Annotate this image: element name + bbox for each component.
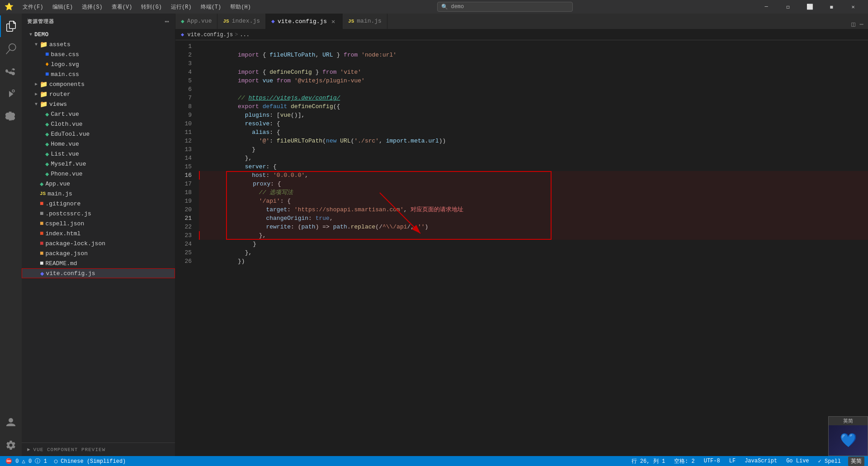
menu-help[interactable]: 帮助(H) — [226, 2, 255, 12]
editor-area: ◆ App.vue JS index.js ◆ vite.config.js ✕… — [175, 14, 868, 456]
menu-goto[interactable]: 转到(G) — [137, 2, 165, 12]
tree-file-basecss[interactable]: ■ base.css — [22, 49, 175, 59]
status-golive[interactable]: Go Live — [784, 458, 811, 464]
activity-search[interactable] — [0, 38, 22, 60]
code-line-19: target: 'https://shopapi.smartisan.com',… — [199, 197, 868, 205]
tree-file-mainjs[interactable]: JS main.js — [22, 189, 175, 199]
status-lang-switch[interactable]: 英简 — [848, 456, 864, 466]
vue-tab-icon: ◆ — [181, 18, 184, 25]
tree-folder-router[interactable]: ► 📁 router — [22, 89, 175, 99]
code-line-21: rewrite: (path) => path.replace(/^\\/api… — [199, 214, 868, 223]
tree-file-edutoolvue[interactable]: ◆ EduTool.vue — [22, 129, 175, 139]
tree-file-cartvue[interactable]: ◆ Cart.vue — [22, 109, 175, 119]
tab-appvue[interactable]: ◆ App.vue — [175, 14, 217, 29]
bottom-right-panel: 英简 💙 — [828, 416, 868, 456]
tree-item-label: cspell.json — [45, 220, 84, 227]
tree-file-clothvue[interactable]: ◆ Cloth.vue — [22, 119, 175, 129]
tree-file-indexhtml[interactable]: ■ index.html — [22, 228, 175, 238]
menu-view[interactable]: 查看(V) — [108, 2, 136, 12]
svg-point-0 — [12, 90, 14, 92]
tree-file-myselfvue[interactable]: ◆ Myself.vue — [22, 159, 175, 169]
tree-folder-views[interactable]: ▼ 📁 views — [22, 99, 175, 109]
split-button[interactable]: ◼ — [821, 0, 842, 14]
activity-source-control[interactable] — [0, 61, 22, 82]
tree-file-cspelljson[interactable]: ■ cspell.json — [22, 219, 175, 228]
panel-label: 英简 — [829, 417, 868, 425]
tree-file-packagelockjson[interactable]: ■ package-lock.json — [22, 238, 175, 248]
json-icon: ■ — [40, 220, 43, 227]
menu-file[interactable]: 文件(F) — [19, 2, 47, 12]
vue-icon: ◆ — [45, 130, 49, 138]
tree-file-logosvg[interactable]: ♦ logo.svg — [22, 59, 175, 69]
folder-icon: 📁 — [40, 41, 47, 48]
code-content[interactable]: import { fileURLToPath, URL } from 'node… — [199, 40, 868, 456]
tree-file-maincss[interactable]: ■ main.css — [22, 69, 175, 79]
tree-root[interactable]: ▼ DEMO — [22, 29, 175, 39]
more-actions-icon[interactable]: ⋯ — [859, 19, 864, 29]
tab-viteconfigjs[interactable]: ◆ vite.config.js ✕ — [266, 14, 343, 29]
minimize-button[interactable]: ─ — [756, 0, 777, 14]
tab-label: vite.config.js — [278, 18, 327, 25]
maximize-button[interactable]: ◻ — [778, 0, 798, 14]
tab-indexjs[interactable]: JS index.js — [217, 14, 266, 29]
code-line-17: // 选项写法 — [199, 180, 868, 188]
activity-run[interactable] — [0, 83, 22, 105]
tree-file-listvue[interactable]: ◆ List.vue — [22, 149, 175, 159]
breadcrumb-section: ... — [240, 32, 250, 38]
tree-file-gitignore[interactable]: ■ .gitignore — [22, 199, 175, 209]
menu-run[interactable]: 运行(R) — [167, 2, 195, 12]
close-tab-button[interactable]: ✕ — [330, 18, 337, 25]
status-spaces[interactable]: 空格: 2 — [672, 457, 697, 465]
status-errors[interactable]: ⛔ 0 △ 0 ⓘ 1 — [4, 457, 49, 465]
tree-item-label: Home.vue — [51, 141, 79, 147]
layout-button[interactable]: ⬜ — [799, 0, 820, 14]
status-language[interactable]: JavaScript — [743, 458, 779, 464]
code-line-16: proxy: { — [199, 171, 868, 180]
preview-label: VUE COMPONENT PREVIEW — [33, 447, 106, 452]
status-branch[interactable]: ◯ Chinese (Simplified) — [52, 458, 127, 465]
tree-file-viteconfigjs[interactable]: ◆ vite.config.js — [22, 268, 175, 278]
search-icon: 🔍 — [441, 4, 448, 10]
menu-terminal[interactable]: 终端(T) — [197, 2, 225, 12]
code-line-12: } — [199, 137, 868, 145]
status-eol[interactable]: LF — [727, 458, 737, 464]
status-spell[interactable]: ✓ Spell — [816, 458, 843, 465]
code-line-18: '/api': { — [199, 188, 868, 197]
vue-icon: ◆ — [45, 150, 49, 158]
status-encoding[interactable]: UTF-8 — [702, 458, 722, 464]
tab-label: index.js — [232, 18, 260, 24]
menu-edit[interactable]: 编辑(E) — [49, 2, 77, 12]
status-position[interactable]: 行 26, 列 1 — [630, 457, 667, 465]
split-editor-icon[interactable]: ◫ — [850, 19, 856, 29]
tree-file-packagejson[interactable]: ■ package.json — [22, 248, 175, 258]
tree-folder-assets[interactable]: ▼ 📁 assets — [22, 39, 175, 49]
activity-explorer[interactable] — [0, 15, 22, 37]
line-numbers: 123 456 789 101112 131415 16 171819 20 2… — [175, 40, 199, 456]
tree-file-appvue[interactable]: ◆ App.vue — [22, 179, 175, 189]
code-line-2 — [199, 51, 868, 59]
svg-icon: ♦ — [45, 61, 49, 68]
tree-file-homevue[interactable]: ◆ Home.vue — [22, 139, 175, 149]
vue-icon: ◆ — [45, 110, 49, 118]
tree-folder-components[interactable]: ► 📁 components — [22, 79, 175, 89]
branch-name: Chinese (Simplified) — [61, 458, 126, 465]
sidebar-menu-button[interactable]: ⋯ — [165, 17, 170, 26]
activity-extensions[interactable] — [0, 106, 22, 128]
js-tab-icon: JS — [223, 19, 229, 24]
tab-mainjs[interactable]: JS main.js — [343, 14, 387, 29]
tab-label: main.js — [357, 18, 382, 24]
tree-item-label: README.md — [45, 260, 77, 267]
title-search[interactable]: 🔍 demo — [437, 2, 573, 12]
code-line-15: host: '0.0.0.0', — [199, 162, 868, 171]
app-logo: ⭐ — [5, 2, 14, 11]
root-label: DEMO — [34, 31, 48, 38]
tree-file-postcssrc[interactable]: ■ .postcssrc.js — [22, 209, 175, 219]
tree-file-readmemd[interactable]: ■ README.md — [22, 258, 175, 268]
warning-icon: △ — [22, 458, 25, 465]
close-button[interactable]: ✕ — [843, 0, 863, 14]
activity-account[interactable] — [0, 412, 22, 433]
tree-file-phonevue[interactable]: ◆ Phone.vue — [22, 169, 175, 179]
activity-settings[interactable] — [0, 434, 22, 456]
vue-preview-panel[interactable]: ► VUE COMPONENT PREVIEW — [22, 442, 175, 456]
menu-select[interactable]: 选择(S) — [78, 2, 106, 12]
